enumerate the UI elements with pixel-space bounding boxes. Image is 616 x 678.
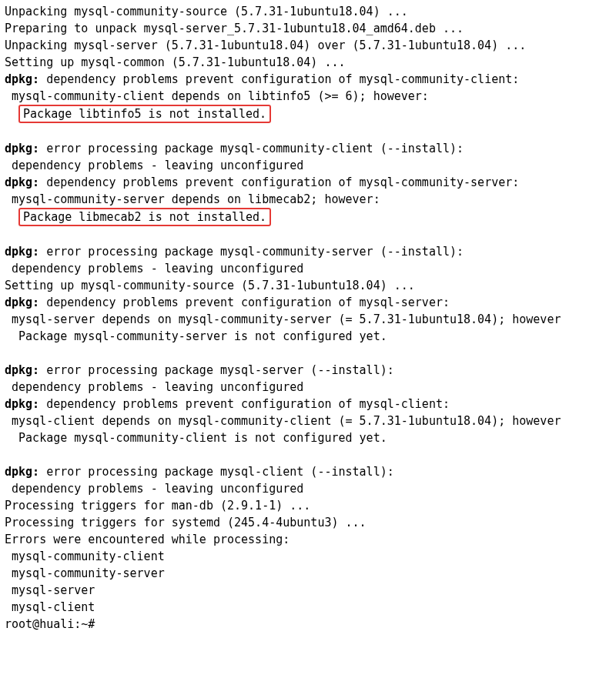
output-line: Unpacking mysql-community-source (5.7.31…	[5, 5, 408, 18]
dpkg-tag: dpkg:	[5, 363, 39, 377]
dpkg-tag: dpkg:	[5, 465, 39, 479]
output-line: Setting up mysql-community-source (5.7.3…	[5, 279, 415, 292]
output-line: Preparing to unpack mysql-server_5.7.31-…	[5, 22, 464, 35]
dpkg-tag: dpkg:	[5, 245, 39, 259]
output-line: Processing triggers for systemd (245.4-4…	[5, 516, 367, 529]
error-highlight-libmecab2: Package libmecab2 is not installed.	[18, 208, 271, 226]
output-line: Errors were encountered while processing…	[5, 533, 290, 546]
output-line: dependency problems - leaving unconfigur…	[5, 262, 303, 276]
output-pad	[5, 107, 18, 121]
output-pad	[5, 210, 18, 224]
dpkg-tag: dpkg:	[5, 72, 39, 86]
shell-prompt[interactable]: root@huali:~#	[5, 617, 95, 631]
output-line: mysql-server	[5, 583, 95, 597]
output-line: mysql-client	[5, 600, 95, 614]
error-highlight-libtinfo5: Package libtinfo5 is not installed.	[18, 105, 271, 123]
output-line: mysql-community-server	[5, 566, 165, 580]
output-line: dependency problems prevent configuratio…	[39, 175, 519, 189]
terminal-output[interactable]: Unpacking mysql-community-source (5.7.31…	[0, 0, 616, 637]
output-line: error processing package mysql-client (-…	[39, 465, 394, 479]
output-line: dependency problems prevent configuratio…	[39, 72, 519, 86]
output-line: mysql-community-client	[5, 549, 165, 563]
dpkg-tag: dpkg:	[5, 175, 39, 189]
output-line: Package mysql-community-server is not co…	[5, 329, 387, 343]
dpkg-tag: dpkg:	[5, 296, 39, 309]
dpkg-tag: dpkg:	[5, 142, 39, 155]
output-line: dependency problems prevent configuratio…	[39, 397, 450, 411]
output-line: Setting up mysql-common (5.7.31-1ubuntu1…	[5, 55, 346, 69]
output-line: error processing package mysql-community…	[39, 142, 464, 155]
output-line: dependency problems prevent configuratio…	[39, 296, 450, 309]
output-line: error processing package mysql-community…	[39, 245, 464, 259]
output-line: mysql-community-server depends on libmec…	[5, 192, 380, 206]
output-line: mysql-server depends on mysql-community-…	[5, 312, 561, 326]
output-line: Unpacking mysql-server (5.7.31-1ubuntu18…	[5, 38, 526, 52]
output-line: mysql-community-client depends on libtin…	[5, 89, 429, 103]
output-line: mysql-client depends on mysql-community-…	[5, 414, 561, 428]
output-line: Package mysql-community-client is not co…	[5, 431, 387, 445]
output-line: error processing package mysql-server (-…	[39, 363, 394, 377]
output-line: dependency problems - leaving unconfigur…	[5, 380, 303, 394]
output-line: dependency problems - leaving unconfigur…	[5, 159, 303, 172]
dpkg-tag: dpkg:	[5, 397, 39, 411]
output-line: Processing triggers for man-db (2.9.1-1)…	[5, 499, 310, 513]
output-line: dependency problems - leaving unconfigur…	[5, 482, 303, 496]
